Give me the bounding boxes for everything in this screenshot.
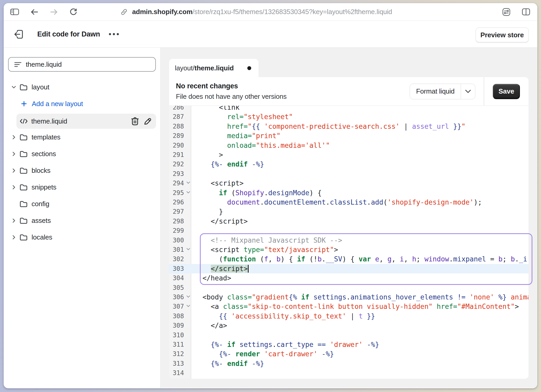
line-number: 307 xyxy=(169,302,191,311)
delete-file-icon[interactable] xyxy=(131,117,139,125)
search-value: theme.liquid xyxy=(26,60,62,69)
format-dropdown-toggle[interactable] xyxy=(461,84,475,99)
fold-chevron-icon[interactable] xyxy=(186,295,190,298)
sidebar-folder-sections[interactable]: sections xyxy=(4,147,160,161)
folder-label: snippets xyxy=(32,183,56,191)
file-search-input[interactable]: theme.liquid xyxy=(8,57,156,72)
code-editor[interactable]: 2862872882892902912922932942952962972982… xyxy=(169,106,528,379)
code-line-310[interactable] xyxy=(191,330,529,340)
page-settings-icon[interactable] xyxy=(502,8,510,16)
code-line-295[interactable]: if (Shopify.designMode) { xyxy=(191,188,529,198)
sidebar-folder-layout[interactable]: layout xyxy=(4,80,160,94)
code-line-304[interactable]: </head> xyxy=(191,273,529,283)
exit-icon[interactable] xyxy=(14,30,23,39)
folder-label: locales xyxy=(32,233,52,241)
plus-icon xyxy=(21,101,27,106)
code-line-302[interactable]: (function (f, b) { if (!b.__SV) { var e,… xyxy=(191,254,529,264)
code-lines[interactable]: <link rel="stylesheet" href="{{ 'compone… xyxy=(191,106,529,379)
line-number: 309 xyxy=(169,321,191,330)
code-line-286[interactable]: <link xyxy=(191,106,529,112)
sidebar-toggle-icon[interactable] xyxy=(10,9,19,15)
line-number: 298 xyxy=(169,217,191,226)
code-line-296[interactable]: document.documentElement.classList.add('… xyxy=(191,198,529,207)
line-number: 288 xyxy=(169,122,191,131)
folder-icon xyxy=(20,201,27,207)
sidebar-folder-blocks[interactable]: blocks xyxy=(4,164,160,177)
sidebar-folder-assets[interactable]: assets xyxy=(4,214,160,227)
code-line-298[interactable]: </script> xyxy=(191,217,529,226)
code-line-309[interactable]: </a> xyxy=(191,321,529,330)
code-line-307[interactable]: <a class="skip-to-content-link button vi… xyxy=(191,302,529,311)
line-number: 314 xyxy=(169,368,191,378)
preview-store-button[interactable]: Preview store xyxy=(476,27,529,42)
chevron-right-icon[interactable] xyxy=(12,152,16,156)
chevron-right-icon[interactable] xyxy=(12,185,16,189)
code-line-291[interactable]: > xyxy=(191,150,529,160)
line-number: 287 xyxy=(169,112,191,121)
sidebar-folder-snippets[interactable]: snippets xyxy=(4,180,160,194)
code-line-312[interactable]: {%- render 'cart-drawer' -%} xyxy=(191,349,529,359)
code-line-289[interactable]: media="print" xyxy=(191,131,529,140)
chevron-down-icon[interactable] xyxy=(12,86,16,89)
add-new-layout-button[interactable]: Add a new layout xyxy=(4,97,160,111)
line-number: 301 xyxy=(169,245,191,254)
sidebar-folder-templates[interactable]: templates xyxy=(4,130,160,144)
folder-icon xyxy=(20,217,27,224)
code-line-314[interactable] xyxy=(191,368,529,378)
line-number: 294 xyxy=(169,179,191,188)
url-path: /store/rzq1xu-f5/themes/132683530345?key… xyxy=(193,8,392,16)
sidebar-file-theme.liquid[interactable]: theme.liquid xyxy=(16,114,156,129)
code-line-308[interactable]: {{ 'accessibility.skip_to_text' | t }} xyxy=(191,311,529,321)
fold-chevron-icon[interactable] xyxy=(186,248,190,250)
code-file-icon xyxy=(20,119,28,124)
line-number: 299 xyxy=(169,226,191,235)
sidebar-folder-config[interactable]: config xyxy=(4,197,160,211)
folder-label: assets xyxy=(32,217,51,225)
code-line-300[interactable]: <!-- Mixpanel Javascript SDK --> xyxy=(191,236,529,245)
code-line-311[interactable]: {%- if settings.cart_type == 'drawer' -%… xyxy=(191,340,529,349)
code-line-294[interactable]: <script> xyxy=(191,179,529,188)
fold-chevron-icon[interactable] xyxy=(186,191,190,194)
code-line-299[interactable] xyxy=(191,226,529,235)
code-line-287[interactable]: rel="stylesheet" xyxy=(191,112,529,121)
text-cursor xyxy=(248,265,249,273)
split-view-icon[interactable] xyxy=(522,8,530,15)
app-header: Edit code for Dawn Preview store xyxy=(4,21,537,48)
code-line-288[interactable]: href="{{ 'component-predictive-search.cs… xyxy=(191,122,529,131)
more-actions-button[interactable] xyxy=(108,30,120,38)
chevron-right-icon[interactable] xyxy=(12,218,16,223)
chevron-right-icon[interactable] xyxy=(12,168,16,173)
code-line-306[interactable]: <body class="gradient{% if settings.anim… xyxy=(191,292,529,302)
editor-panel: No recent changes File does not have any… xyxy=(169,77,528,379)
forward-button-icon[interactable] xyxy=(50,9,58,15)
code-line-305[interactable] xyxy=(191,283,529,292)
save-button[interactable]: Save xyxy=(493,84,520,99)
fold-chevron-icon[interactable] xyxy=(186,305,190,307)
code-line-303[interactable]: </script> xyxy=(191,264,529,273)
line-number: 308 xyxy=(169,311,191,321)
code-line-315[interactable]: <script>window.shopUrl = '{{ request.ori… xyxy=(191,378,529,379)
link-icon xyxy=(120,8,128,16)
code-line-301[interactable]: <script type="text/javascript"> xyxy=(191,245,529,254)
line-number: 313 xyxy=(169,359,191,368)
sidebar-folder-locales[interactable]: locales xyxy=(4,230,160,244)
reload-button-icon[interactable] xyxy=(70,8,77,16)
line-number: 289 xyxy=(169,131,191,140)
code-line-292[interactable]: {%- endif -%} xyxy=(191,160,529,169)
code-line-297[interactable]: } xyxy=(191,207,529,216)
rename-file-icon[interactable] xyxy=(144,117,152,125)
format-liquid-button[interactable]: Format liquid xyxy=(410,84,476,99)
code-line-313[interactable]: {%- endif -%} xyxy=(191,359,529,368)
chevron-right-icon[interactable] xyxy=(12,135,16,139)
fold-chevron-icon[interactable] xyxy=(186,181,190,184)
line-number: 291 xyxy=(169,150,191,160)
back-button-icon[interactable] xyxy=(31,9,38,15)
tab-theme-liquid[interactable]: layout/theme.liquid xyxy=(169,59,259,77)
code-line-290[interactable]: onload="this.media='all'" xyxy=(191,141,529,150)
code-line-293[interactable] xyxy=(191,169,529,179)
chevron-right-icon[interactable] xyxy=(12,235,16,240)
line-number: 292 xyxy=(169,160,191,169)
folder-icon xyxy=(20,134,27,140)
add-layout-label: Add a new layout xyxy=(32,100,83,108)
address-bar[interactable]: admin.shopify.com/store/rzq1xu-f5/themes… xyxy=(132,8,392,16)
